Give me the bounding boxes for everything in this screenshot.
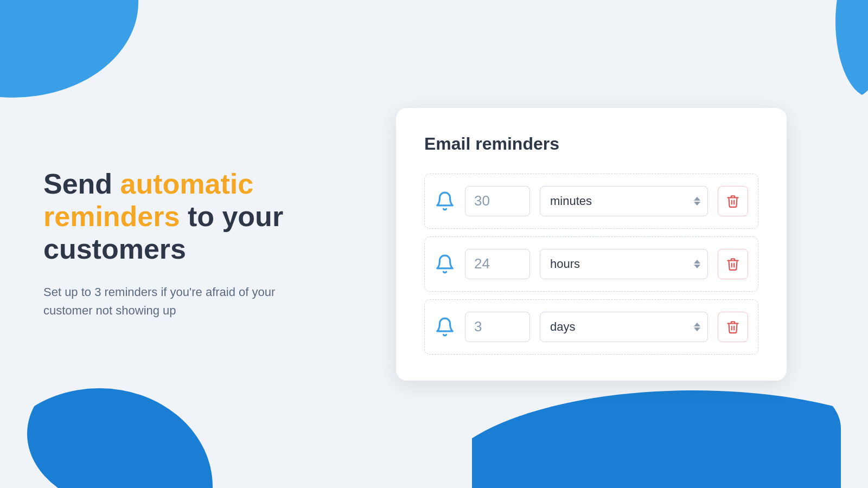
email-reminders-card: Email reminders minutes hours days [396, 108, 787, 381]
subtext: Set up to 3 reminders if you're afraid o… [43, 283, 326, 320]
reminder-row: minutes hours days [424, 174, 758, 229]
reminder-2-unit-select[interactable]: minutes hours days [540, 249, 708, 279]
reminder-3-value[interactable] [465, 312, 530, 342]
reminder-3-unit-select[interactable]: minutes hours days [540, 312, 708, 342]
trash-icon [726, 257, 740, 271]
left-panel: Send automatic reminders to your custome… [43, 168, 358, 320]
reminder-2-unit-wrapper: minutes hours days [540, 249, 708, 279]
reminder-1-unit-select[interactable]: minutes hours days [540, 186, 708, 216]
delete-reminder-3-button[interactable] [718, 312, 748, 342]
trash-icon [726, 320, 740, 334]
bell-icon [435, 254, 455, 274]
page-layout: Send automatic reminders to your custome… [0, 0, 868, 488]
reminder-1-value[interactable] [465, 186, 530, 216]
reminder-row: minutes hours days [424, 299, 758, 355]
reminder-3-unit-wrapper: minutes hours days [540, 312, 708, 342]
bell-icon [435, 191, 455, 211]
reminder-rows: minutes hours days [424, 174, 758, 355]
right-panel: Email reminders minutes hours days [358, 108, 825, 381]
delete-reminder-2-button[interactable] [718, 249, 748, 279]
trash-icon [726, 194, 740, 208]
reminder-row: minutes hours days [424, 236, 758, 292]
card-title: Email reminders [424, 134, 758, 154]
headline-part1: Send [43, 168, 120, 200]
headline: Send automatic reminders to your custome… [43, 168, 326, 265]
reminder-2-value[interactable] [465, 249, 530, 279]
delete-reminder-1-button[interactable] [718, 186, 748, 216]
bell-icon [435, 317, 455, 337]
reminder-1-unit-wrapper: minutes hours days [540, 186, 708, 216]
